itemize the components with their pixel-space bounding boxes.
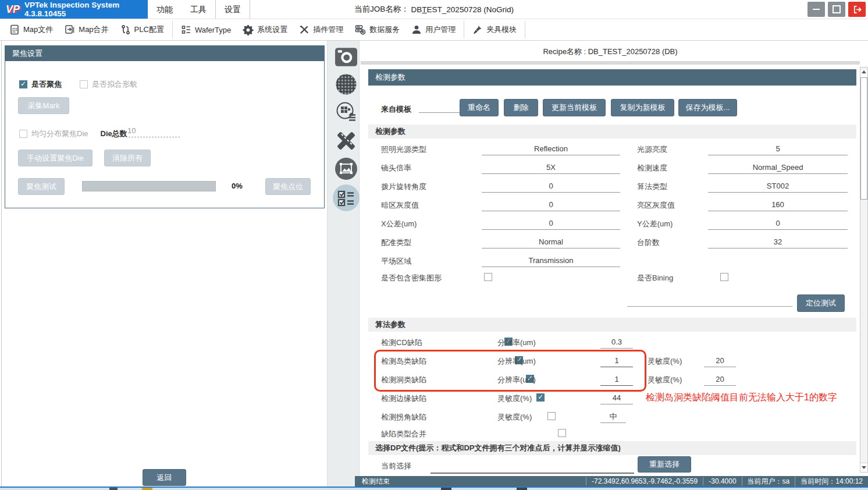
distribute-die-checkbox[interactable] (19, 130, 27, 138)
scrollbar-thumb[interactable] (860, 77, 867, 200)
toolbar-system-settings[interactable]: 系统设置 (237, 19, 293, 41)
param-label: X公差(um) (381, 218, 417, 230)
maximize-icon (833, 5, 841, 13)
copy-as-new-template-button[interactable]: 复制为新模板 (611, 99, 674, 116)
hole-sensitivity-input[interactable]: 20 (704, 374, 736, 386)
algorithm-type-dropdown[interactable]: ST002 (708, 180, 848, 193)
collect-mark-button[interactable]: 采集Mark (18, 97, 69, 114)
clear-all-button[interactable]: 清除所有 (104, 150, 151, 166)
wafer-type-icon (181, 24, 191, 35)
left-border (1, 41, 2, 487)
toolbar-separator (464, 21, 464, 38)
defect-type-merge-checkbox[interactable] (558, 429, 566, 437)
corner-defect-checkbox[interactable] (547, 412, 556, 420)
dense-pattern-checkbox[interactable] (484, 273, 492, 281)
exit-button[interactable] (848, 2, 866, 17)
scroll-down-button[interactable] (860, 463, 867, 472)
minimize-button[interactable] (807, 2, 825, 17)
toolbar-user-manage[interactable]: 用户管理 (405, 19, 461, 41)
app-logo: VP (6, 3, 20, 16)
checklist-tab[interactable] (332, 184, 360, 214)
toolbar-map-merge[interactable]: Map合并 (59, 19, 114, 41)
distribute-die-label: 均匀分布聚焦Die (31, 127, 88, 140)
focus-progress-bar (82, 181, 216, 191)
delete-template-button[interactable]: 删除 (504, 99, 538, 116)
back-button[interactable]: 返回 (143, 469, 186, 486)
inspection-panel: Recipe名称 : DB_TEST_20250728 (DB) 检测参数 来自… (361, 41, 868, 476)
focus-enable-checkbox[interactable] (19, 80, 27, 88)
measure-tools-tab[interactable] (335, 129, 358, 155)
update-template-button[interactable]: 更新当前模板 (543, 99, 606, 116)
dark-gray-value-input[interactable]: 0 (482, 199, 620, 211)
focus-enable-label: 是否聚焦 (31, 78, 62, 91)
focus-points-button[interactable]: 聚焦点位 (265, 178, 311, 195)
position-test-input[interactable] (627, 294, 792, 307)
side-icon-strip (327, 41, 360, 487)
toolbar-fixture-module[interactable]: 夹具模块 (467, 19, 522, 41)
algo-param-label: 分辨率(um) (497, 336, 536, 349)
wafer-icon (335, 73, 358, 96)
inspection-speed-dropdown[interactable]: Normal_Speed (708, 162, 848, 174)
die-total-input[interactable]: 10 (123, 125, 180, 137)
rename-template-button[interactable]: 重命名 (460, 99, 499, 116)
hidden-fragment (517, 488, 527, 490)
app-window: VP VPTek Inspection System 4.3.8.10455 功… (0, 0, 868, 490)
maximize-button[interactable] (828, 2, 845, 17)
status-result: 检测结束 (355, 477, 390, 487)
param-label: 平场区域 (381, 255, 411, 268)
camera-icon (335, 48, 357, 66)
wafer-map-list-tab[interactable] (335, 100, 358, 126)
from-template-dropdown[interactable] (419, 101, 465, 113)
wafer-tab[interactable] (335, 73, 358, 98)
focus-test-button[interactable]: 聚焦测试 (18, 178, 65, 195)
plc-config-icon (120, 24, 131, 35)
param-label: 拨片旋转角度 (381, 180, 426, 193)
scroll-down-icon (862, 466, 866, 469)
reselect-button[interactable]: 重新选择 (638, 456, 691, 473)
lens-magnification-dropdown[interactable]: 5X (482, 162, 620, 174)
camera-tab[interactable] (335, 48, 357, 69)
toolbar-data-service[interactable]: 数据服务 (349, 19, 405, 41)
x-tolerance-input[interactable]: 0 (482, 218, 620, 230)
gear-icon (243, 24, 254, 35)
toolbar-label: Map合并 (79, 24, 108, 35)
red-annotation-text: 检测岛洞类缺陷阈值目前无法输入大于1的数字 (646, 392, 837, 404)
menu-item-settings[interactable]: 设置 (215, 0, 250, 19)
menu-item-function[interactable]: 功能 (148, 0, 182, 19)
fit-shape-label: 是否拟合形貌 (92, 78, 137, 91)
bottom-edge-strip (0, 487, 868, 490)
edge-sensitivity-input[interactable]: 44 (600, 392, 633, 404)
illumination-type-dropdown[interactable]: Reflection (482, 143, 620, 155)
status-user: 当前用户：sa (742, 477, 795, 487)
bright-gray-value-input[interactable]: 160 (708, 199, 848, 211)
param-label: 算法类型 (637, 180, 667, 193)
y-tolerance-input[interactable]: 0 (708, 218, 848, 230)
save-as-template-button[interactable]: 保存为模板... (678, 99, 737, 116)
fixture-icon (472, 24, 483, 35)
hidden-fragment (142, 488, 152, 490)
binning-checkbox[interactable] (720, 273, 728, 281)
menu-item-tools[interactable]: 工具 (182, 0, 215, 19)
registration-type-dropdown[interactable]: Normal (482, 236, 620, 248)
island-sensitivity-input[interactable]: 20 (704, 355, 736, 367)
vertical-scrollbar[interactable] (860, 67, 868, 473)
param-label: 台阶数 (637, 236, 660, 249)
position-test-button[interactable]: 定位测试 (797, 294, 845, 312)
cd-resolution-input[interactable]: 0.3 (600, 336, 633, 349)
current-select-input[interactable] (431, 461, 634, 474)
light-brightness-input[interactable]: 5 (708, 143, 848, 155)
step-count-dropdown[interactable]: 32 (708, 236, 848, 248)
image-frame-icon (335, 157, 358, 180)
toolbar-wafer-type[interactable]: WaferType (175, 19, 237, 41)
toolbar-plc-config[interactable]: PLC配置 (115, 19, 170, 41)
toolbar-plugin-manage[interactable]: 插件管理 (293, 19, 349, 41)
flat-field-area-dropdown[interactable]: Transmission (482, 255, 620, 267)
edge-defect-checkbox[interactable] (536, 393, 545, 402)
image-frame-tab[interactable] (335, 157, 358, 183)
rotation-angle-input[interactable]: 0 (482, 180, 620, 193)
distribute-row: 均匀分布聚焦Die Die总数 (19, 127, 127, 140)
manual-set-focus-die-button[interactable]: 手动设置聚焦Die (18, 150, 93, 166)
toolbar-map-file[interactable]: Map文件 (3, 19, 59, 41)
fit-shape-checkbox[interactable] (80, 80, 88, 88)
corner-sensitivity-dropdown[interactable]: 中 (600, 411, 626, 423)
